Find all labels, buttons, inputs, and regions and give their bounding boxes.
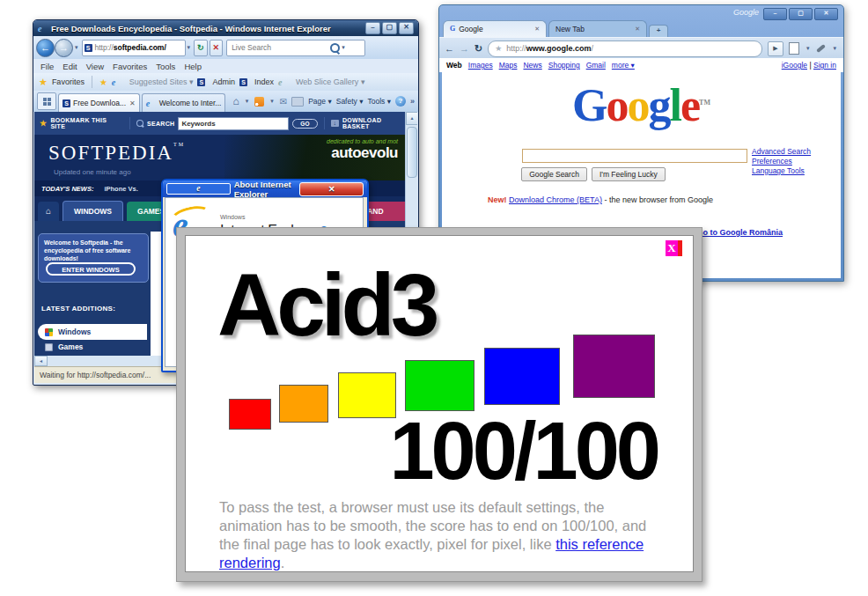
- web-slice-gallery-link[interactable]: Web Slice Gallery ▾: [296, 77, 364, 86]
- menu-view[interactable]: View: [86, 62, 104, 71]
- tab-google[interactable]: G Google ✕: [443, 20, 547, 37]
- index-link[interactable]: Index: [254, 77, 274, 86]
- go-button[interactable]: ▶: [768, 41, 783, 56]
- bookmark-star-icon[interactable]: ★: [495, 44, 502, 53]
- google-top-links: Web Images Maps News Shopping Gmail more…: [439, 58, 843, 72]
- search-icon[interactable]: [330, 43, 340, 53]
- ie-address-bar[interactable]: S http://softpedia.com/: [82, 40, 186, 56]
- go-button[interactable]: GO: [292, 119, 318, 129]
- scroll-left-icon[interactable]: ◂: [34, 356, 48, 366]
- favorites-button[interactable]: Favorites: [52, 77, 85, 86]
- news-link[interactable]: News: [523, 61, 541, 70]
- news-teaser[interactable]: iPhone Vs.: [104, 185, 137, 193]
- google-search-input[interactable]: [522, 149, 747, 163]
- dialog-close-button[interactable]: ✕: [299, 182, 364, 196]
- download-chrome-link[interactable]: Download Chrome (BETA): [509, 195, 602, 204]
- print-icon[interactable]: [291, 97, 304, 107]
- ie-titlebar[interactable]: e Free Downloads Encyclopedia - Softpedi…: [33, 20, 418, 36]
- google-search-button[interactable]: Google Search: [521, 167, 587, 181]
- dialog-titlebar[interactable]: e About Internet Explorer ✕: [163, 180, 367, 197]
- bookmark-this-site-link[interactable]: BOOKMARK THIS SITE: [50, 117, 123, 129]
- rss-dropdown-icon[interactable]: ▾: [270, 98, 274, 105]
- tab-softpedia[interactable]: S Free Downloa... ✕: [58, 93, 140, 112]
- shopping-link[interactable]: Shopping: [548, 61, 580, 70]
- images-link[interactable]: Images: [468, 61, 493, 70]
- home-dropdown-icon[interactable]: ▾: [246, 98, 249, 105]
- forward-button[interactable]: →: [55, 39, 73, 57]
- autoevolution-ad[interactable]: dedicated to auto and mot autoevolu: [224, 135, 405, 180]
- page-menu-dropdown-icon[interactable]: ▾: [806, 45, 810, 52]
- feeling-lucky-button[interactable]: I'm Feeling Lucky: [592, 167, 666, 181]
- forward-button[interactable]: →: [460, 43, 469, 54]
- advanced-search-link[interactable]: Advanced Search: [752, 147, 811, 157]
- menu-file[interactable]: File: [40, 62, 54, 71]
- wrench-menu-icon[interactable]: [816, 44, 826, 53]
- igoogle-link[interactable]: iGoogle: [782, 61, 807, 70]
- favorites-star-icon[interactable]: ★: [39, 77, 48, 88]
- minimize-button[interactable]: –: [365, 22, 380, 34]
- nav-tab-windows[interactable]: WINDOWS: [63, 201, 123, 221]
- tools-menu[interactable]: Tools ▾: [367, 97, 391, 106]
- live-search-box[interactable]: ▾: [226, 40, 365, 56]
- refresh-button[interactable]: ↻: [194, 40, 208, 56]
- close-icon[interactable]: X: [666, 240, 682, 256]
- menu-tools[interactable]: Tools: [156, 62, 175, 71]
- minimize-button[interactable]: –: [763, 8, 787, 20]
- softpedia-logo[interactable]: SOFTPEDIATM: [48, 142, 185, 165]
- add-favorite-icon[interactable]: ★: [99, 77, 107, 87]
- gmail-link[interactable]: Gmail: [586, 61, 606, 70]
- more-link[interactable]: more ▾: [612, 61, 635, 70]
- google-romania-link[interactable]: Go to Google România: [697, 228, 783, 237]
- live-search-input[interactable]: [230, 42, 330, 53]
- close-button[interactable]: ✕: [814, 8, 838, 20]
- mail-icon[interactable]: ✉: [280, 97, 287, 107]
- tab-close-icon[interactable]: ✕: [635, 26, 640, 33]
- suggested-sites-link[interactable]: Suggested Sites ▾: [129, 77, 194, 86]
- back-button[interactable]: ←: [36, 39, 55, 57]
- windows-flag-icon: [45, 328, 53, 336]
- safety-menu[interactable]: Safety ▾: [336, 97, 364, 106]
- back-button[interactable]: ←: [445, 43, 454, 54]
- preferences-link[interactable]: Preferences: [752, 157, 811, 166]
- close-button[interactable]: ✕: [399, 22, 414, 34]
- page-menu-icon[interactable]: [789, 42, 799, 55]
- nav-tab-home[interactable]: ⌂: [38, 202, 59, 221]
- stop-button[interactable]: ✕: [210, 40, 224, 56]
- scroll-up-icon[interactable]: ▴: [406, 112, 417, 125]
- tab-welcome[interactable]: e Welcome to Inter...: [142, 93, 226, 112]
- games-icon: [45, 343, 53, 351]
- menu-favorites[interactable]: Favorites: [113, 62, 147, 71]
- keywords-input[interactable]: [178, 117, 289, 130]
- help-icon[interactable]: ?: [395, 96, 406, 107]
- address-dropdown-icon[interactable]: ▾: [188, 44, 191, 51]
- latest-item-windows[interactable]: Windows: [38, 324, 147, 340]
- wrench-dropdown-icon[interactable]: ▾: [833, 45, 836, 52]
- download-basket-link[interactable]: DOWNLOAD BASKET: [342, 117, 410, 129]
- menu-edit[interactable]: Edit: [63, 62, 77, 71]
- new-tab-button[interactable]: +: [649, 25, 668, 37]
- chrome-address-bar[interactable]: ★ http://www.google.com/: [488, 40, 762, 57]
- overflow-chevron-icon[interactable]: »: [410, 97, 415, 106]
- language-tools-link[interactable]: Language Tools: [752, 166, 811, 176]
- signin-link[interactable]: Sign in: [813, 61, 836, 70]
- home-icon[interactable]: ⌂: [233, 95, 239, 107]
- menu-help[interactable]: Help: [184, 62, 202, 71]
- page-menu[interactable]: Page ▾: [308, 97, 332, 106]
- reload-button[interactable]: ↻: [474, 43, 482, 55]
- dialog-ie-icon: e: [166, 183, 231, 195]
- latest-item-games[interactable]: Games: [38, 342, 90, 351]
- quick-tabs-button[interactable]: [37, 92, 56, 110]
- scrollbar-thumb[interactable]: [407, 127, 417, 178]
- chrome-tab-strip: G Google ✕ New Tab ✕ +: [443, 20, 840, 37]
- maximize-button[interactable]: ▢: [382, 22, 397, 34]
- maps-link[interactable]: Maps: [499, 61, 518, 70]
- tab-new-tab[interactable]: New Tab ✕: [548, 20, 647, 37]
- history-dropdown-icon[interactable]: ▾: [75, 44, 78, 51]
- tab-close-icon[interactable]: ✕: [129, 99, 136, 107]
- tab-close-icon[interactable]: ✕: [534, 26, 540, 33]
- rss-icon[interactable]: [254, 97, 264, 107]
- admin-link[interactable]: Admin: [212, 77, 235, 86]
- search-dropdown-icon[interactable]: ▾: [342, 44, 345, 51]
- maximize-button[interactable]: ▢: [789, 8, 813, 20]
- enter-windows-button[interactable]: ENTER WINDOWS: [46, 262, 136, 276]
